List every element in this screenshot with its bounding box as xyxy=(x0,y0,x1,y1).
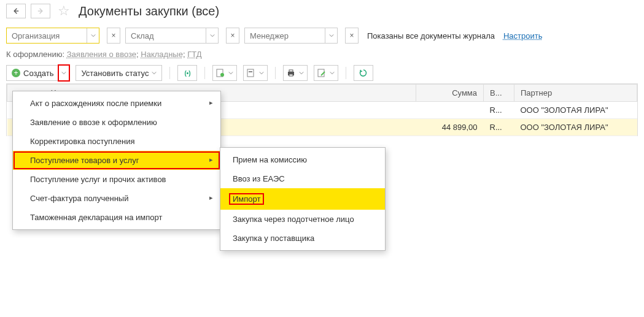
set-status-button[interactable]: Установить статус xyxy=(76,65,162,81)
filter-info-text: Показаны все документы журнала xyxy=(367,31,495,40)
col-partner[interactable]: Партнер xyxy=(514,85,637,102)
link-gtd[interactable]: ГТД xyxy=(187,50,201,59)
menu-postup-goods[interactable]: Поступление товаров и услуг xyxy=(13,151,220,170)
link-declarations[interactable]: Заявления о ввозе xyxy=(67,50,136,59)
cell-sum: 44 899,00 xyxy=(416,119,484,136)
edi-button[interactable] xyxy=(314,65,338,81)
cell-partner: ООО "ЗОЛОТАЯ ЛИРА" xyxy=(514,119,637,136)
submenu-commission[interactable]: Прием на комиссию xyxy=(220,150,385,169)
menu-invoice[interactable]: Счет-фактура полученный xyxy=(13,189,220,208)
filter-warehouse-dropdown[interactable] xyxy=(206,28,218,43)
nav-forward-button[interactable] xyxy=(31,4,50,18)
create-split-button: + Создать xyxy=(6,65,69,81)
set-status-label: Установить статус xyxy=(81,69,149,78)
plus-icon: + xyxy=(12,69,20,77)
filter-warehouse-clear[interactable]: × xyxy=(226,28,239,44)
cell-sum xyxy=(416,102,484,119)
page-title: Документы закупки (все) xyxy=(79,4,219,18)
filter-warehouse xyxy=(125,28,219,44)
svg-rect-2 xyxy=(247,69,254,77)
favorite-star-icon[interactable]: ☆ xyxy=(58,3,70,19)
filter-org-input[interactable] xyxy=(7,28,87,43)
submenu-import-label: Импорт xyxy=(229,193,264,205)
submenu-eaes[interactable]: Ввоз из ЕАЭС xyxy=(220,169,385,188)
menu-akt[interactable]: Акт о расхождениях после приемки xyxy=(13,94,220,113)
filter-org xyxy=(6,28,99,44)
configure-link[interactable]: Настроить xyxy=(503,31,543,40)
svg-point-1 xyxy=(220,73,224,77)
filter-manager-clear[interactable]: × xyxy=(345,28,359,44)
attach-button[interactable] xyxy=(243,65,268,81)
printer-icon xyxy=(287,69,295,77)
link-invoices[interactable]: Накладные xyxy=(141,50,183,59)
filter-warehouse-input[interactable] xyxy=(126,28,206,43)
submenu-supplier[interactable]: Закупка у поставщика xyxy=(220,229,385,248)
create-submenu: Прием на комиссию Ввоз из ЕАЭС Импорт За… xyxy=(220,147,386,251)
filter-org-clear[interactable]: × xyxy=(107,28,120,44)
menu-postup-services[interactable]: Поступление услуг и прочих активов xyxy=(13,170,220,189)
create-label: Создать xyxy=(23,69,53,78)
filter-manager-input[interactable] xyxy=(245,28,325,43)
svg-rect-3 xyxy=(249,71,252,72)
dt-button[interactable]: (•) xyxy=(177,65,197,81)
reports-button[interactable] xyxy=(212,65,237,81)
nav-back-button[interactable] xyxy=(6,4,26,18)
submenu-accountable[interactable]: Закупка через подотчетное лицо xyxy=(220,210,385,229)
filter-org-dropdown[interactable] xyxy=(87,28,99,43)
svg-rect-5 xyxy=(289,70,293,72)
links-prefix: К оформлению: xyxy=(6,50,64,59)
menu-customs[interactable]: Таможенная декларация на импорт xyxy=(13,208,220,227)
links-row: К оформлению: Заявления о ввозе; Накладн… xyxy=(6,50,638,59)
create-menu: Акт о расхождениях после приемки Заявлен… xyxy=(12,91,221,230)
create-button[interactable]: + Создать xyxy=(6,65,58,81)
toolbar: + Создать Установить статус (•) xyxy=(6,65,638,81)
menu-korrekt[interactable]: Корректировка поступления xyxy=(13,132,220,151)
submenu-import[interactable]: Импорт xyxy=(220,188,385,210)
refresh-icon xyxy=(359,69,368,77)
cell-v: R... xyxy=(484,102,514,119)
filter-manager xyxy=(244,28,338,44)
filters-row: × × × Показаны все документы журнала Нас… xyxy=(6,28,638,44)
refresh-button[interactable] xyxy=(354,65,373,81)
cell-partner: ООО "ЗОЛОТАЯ ЛИРА" xyxy=(514,102,637,119)
menu-zayav[interactable]: Заявление о ввозе к оформлению xyxy=(13,113,220,132)
svg-rect-6 xyxy=(289,74,293,76)
top-nav: ☆ Документы закупки (все) xyxy=(6,3,638,19)
cell-v: R... xyxy=(484,119,514,136)
col-sum[interactable]: Сумма xyxy=(416,85,484,102)
col-v[interactable]: В... xyxy=(484,85,514,102)
print-button[interactable] xyxy=(283,65,308,81)
create-dropdown[interactable] xyxy=(58,65,69,81)
filter-manager-dropdown[interactable] xyxy=(325,28,337,43)
